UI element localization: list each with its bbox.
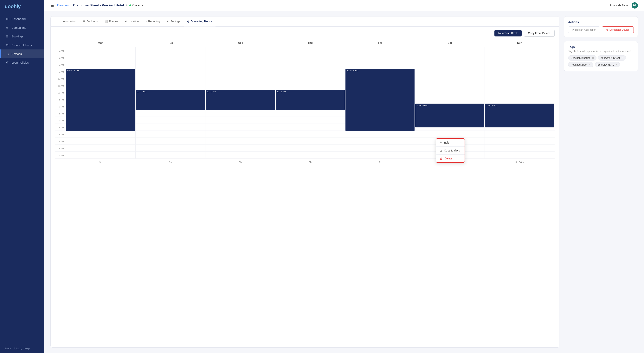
dashboard-icon: ⊞ (5, 17, 9, 21)
calendar-cell (136, 124, 206, 131)
calendar-cell (206, 145, 275, 152)
sidebar-item-campaigns[interactable]: ◈ Campaigns (0, 23, 44, 32)
tag-remove-icon[interactable]: ✕ (592, 57, 594, 59)
calendar-cell (415, 131, 485, 138)
terms-link[interactable]: Terms (5, 347, 12, 350)
time-block[interactable]: 12 - 3 PM (276, 90, 345, 110)
calendar-cell (485, 68, 554, 75)
breadcrumb-separator: › (70, 3, 72, 7)
calendar-cell (415, 47, 485, 54)
calendar-cell (345, 54, 415, 61)
deregister-label: Deregister Device (610, 28, 630, 31)
context-menu: ✎Edit⊡Copy to days🗑Delete (436, 138, 465, 163)
calendar-cell (275, 75, 345, 82)
tag-remove-icon[interactable]: ✕ (616, 64, 618, 66)
avatar[interactable]: BZ (632, 2, 638, 8)
calendar-cell (485, 131, 554, 138)
time-block[interactable]: 2:30 - 6 PM (415, 104, 484, 128)
calendar-cell (345, 138, 415, 145)
calendar-cell (485, 138, 554, 145)
calendar-cell (275, 110, 345, 117)
calendar-cell (136, 75, 206, 82)
right-panel: Actions ↺ Restart Application ⊗ Deregist… (564, 16, 638, 348)
calendar-cell (275, 124, 345, 131)
topbar-right: Roadside Demo BZ (610, 2, 638, 8)
tab-label: Location (128, 20, 139, 23)
context-menu-copy-to-days[interactable]: ⊡Copy to days (436, 147, 464, 154)
deregister-icon: ⊗ (606, 28, 608, 31)
calendar-cell (66, 54, 136, 61)
restart-label: Restart Application (575, 28, 596, 31)
calendar-cell (275, 152, 345, 159)
calendar-area: MonTueWedThuFriSatSun6 AM7 AM8 AM9 AM10 … (51, 40, 559, 348)
deregister-device-button[interactable]: ⊗ Deregister Device (602, 26, 634, 33)
time-block[interactable]: 12 - 3 PM (206, 90, 275, 110)
connected-dot-icon (130, 4, 131, 6)
tag-chip: Zone/Main Street✕ (598, 55, 626, 60)
tab-bookings[interactable]: ☷ Bookings (80, 17, 101, 26)
calendar-cell (485, 145, 554, 152)
sidebar-item-bookings[interactable]: ☰ Bookings (0, 32, 44, 41)
breadcrumb-parent[interactable]: Devices (57, 4, 69, 7)
information-tab-icon: ⓘ (59, 20, 61, 23)
calendar-cell (275, 61, 345, 68)
tab-settings[interactable]: ⚙ Settings (164, 17, 184, 26)
time-label: 8 AM (55, 61, 66, 68)
calendar-cell (206, 54, 275, 61)
calendar-day-header: Wed (206, 40, 275, 47)
tab-operating-hours[interactable]: ◎ Operating Hours (184, 17, 215, 26)
calendar-total: 3h 30m (485, 159, 554, 164)
copy-from-device-button[interactable]: Copy From Device (524, 30, 554, 37)
calendar-cell (136, 47, 206, 54)
calendar-cell (66, 131, 136, 138)
tag-remove-icon[interactable]: ✕ (622, 57, 624, 59)
calendar-day-header: Sun (485, 40, 554, 47)
privacy-link[interactable]: Privacy (14, 347, 22, 350)
delete-icon: 🗑 (440, 157, 442, 160)
calendar-cell (415, 89, 485, 96)
tab-information[interactable]: ⓘ Information (55, 16, 80, 26)
time-label: 7 AM (55, 54, 66, 61)
tab-label: Frames (109, 20, 118, 23)
connection-status: Connected (130, 4, 144, 7)
tag-remove-icon[interactable]: ✕ (589, 64, 591, 66)
restart-application-button[interactable]: ↺ Restart Application (568, 26, 600, 33)
time-block[interactable]: 2:30 - 6 PM (485, 104, 554, 128)
sidebar-item-dashboard[interactable]: ⊞ Dashboard (0, 14, 44, 23)
time-block[interactable]: 9 AM - 6 PM (66, 69, 135, 131)
tag-label: Peakhour/Both (571, 63, 587, 66)
calendar-cell (206, 82, 275, 89)
logo-accent: ly (17, 4, 21, 9)
tag-label: BoardID/313-1 (598, 63, 614, 66)
tab-label: Operating Hours (190, 20, 212, 23)
time-label: 1 PM (55, 96, 66, 103)
time-block[interactable]: 12 - 3 PM (136, 90, 205, 110)
edit-title-icon[interactable]: ✎ (126, 4, 128, 7)
tab-location[interactable]: ✿ Location (122, 17, 142, 26)
sidebar-item-devices[interactable]: ⬚ Devices (0, 50, 44, 58)
tags-description: Tags help you keep your items organised … (568, 50, 634, 52)
campaigns-icon: ◈ (5, 26, 9, 30)
actions-card: Actions ↺ Restart Application ⊗ Deregist… (564, 16, 638, 37)
restart-icon: ↺ (572, 28, 574, 31)
time-block[interactable]: 9 AM - 6 PM (346, 69, 414, 131)
calendar-total: 3h (206, 159, 275, 164)
sidebar-item-creative-library[interactable]: ◻ Creative Library (0, 41, 44, 50)
calendar-cell (206, 61, 275, 68)
menu-toggle-icon[interactable]: ☰ (50, 3, 54, 8)
content-area: ⓘ Information ☷ Bookings ⬜ Frames ✿ Loca… (44, 11, 644, 353)
calendar-cell (415, 75, 485, 82)
tab-reporting[interactable]: ⫶ Reporting (142, 17, 164, 26)
calendar-total: 3h (275, 159, 345, 164)
tab-frames[interactable]: ⬜ Frames (101, 17, 122, 26)
breadcrumb-current: Cremorne Street - Precinct Hotel (73, 4, 124, 7)
context-menu-edit[interactable]: ✎Edit (436, 139, 464, 146)
context-menu-delete[interactable]: 🗑Delete (436, 154, 464, 162)
help-link[interactable]: Help (24, 347, 30, 350)
calendar-cell (136, 131, 206, 138)
calendar-cell (485, 89, 554, 96)
new-time-block-button[interactable]: New Time Block (494, 30, 522, 36)
calendar-cell (66, 152, 136, 159)
sidebar-item-loop-policies[interactable]: ↺ Loop Policies (0, 58, 44, 67)
creative-library-icon: ◻ (5, 43, 9, 47)
